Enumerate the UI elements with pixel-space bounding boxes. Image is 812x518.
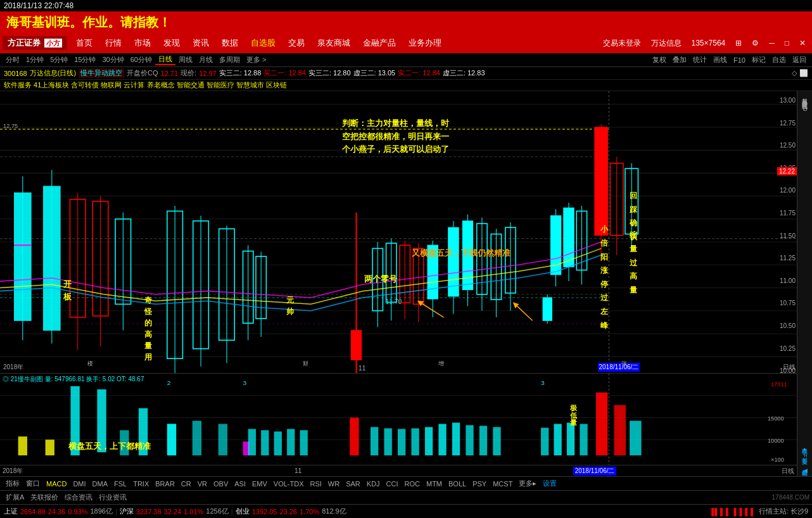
toolbar-biaoji[interactable]: 标记 [749, 55, 769, 65]
ind-kdj[interactable]: KDJ [364, 480, 383, 488]
tags-text: 软件服务 41上海板块 含可转债 物联网 云计算 养老概念 智能交通 智能医疗 … [4, 81, 287, 89]
ind-asi[interactable]: ASI [231, 480, 249, 488]
ind-wr[interactable]: WR [325, 480, 343, 488]
ind2-hangye[interactable]: 行业资讯 [96, 493, 130, 502]
price-b21: 买二一: 12.84 [263, 68, 306, 78]
sb-cy-pct: 1.70% [300, 508, 319, 515]
svg-rect-124 [596, 393, 607, 455]
toolbar-return[interactable]: 返回 [789, 55, 809, 65]
ind2-guanlian[interactable]: 关联报价 [27, 493, 61, 502]
ind-zhibiao[interactable]: 指标 [3, 479, 23, 488]
ind-mcst[interactable]: MCST [490, 480, 516, 488]
toolbar-zixuan[interactable]: 自选 [769, 55, 789, 65]
annotation-kaiban: 开板 [63, 266, 72, 303]
ind-boll[interactable]: BOLL [445, 480, 469, 488]
menu-data[interactable]: 数据 [215, 33, 244, 53]
price-1200: 12.00 [780, 187, 796, 194]
expand-icon[interactable]: ⬜ [799, 69, 808, 77]
ind-roc[interactable]: ROC [402, 480, 423, 488]
ind-fsl[interactable]: FSL [111, 480, 130, 488]
svg-line-79 [420, 302, 444, 317]
period-monthly[interactable]: 月线 [196, 55, 216, 65]
ind-emv[interactable]: EMV [249, 480, 270, 488]
period-multi[interactable]: 多周期 [216, 55, 243, 65]
sb-cy-chg: 23.26 [279, 508, 297, 515]
svg-rect-66 [543, 298, 552, 320]
ind-vr[interactable]: VR [194, 480, 210, 488]
ind-chuangkou[interactable]: 窗口 [23, 479, 43, 488]
period-weekly[interactable]: 周线 [175, 55, 196, 65]
wanda-info[interactable]: 万达信息 [647, 38, 685, 49]
svg-rect-126 [630, 420, 641, 455]
minimize-icon[interactable]: ─ [765, 39, 778, 47]
menu-business[interactable]: 业务办理 [402, 33, 448, 53]
ind-sar[interactable]: SAR [343, 480, 364, 488]
ind-dma[interactable]: DMA [89, 480, 111, 488]
ind-cci[interactable]: CCI [383, 480, 402, 488]
stock-code[interactable]: 300168 [4, 70, 27, 77]
rt-sidebar[interactable]: 侧边栏 ◀ [801, 465, 809, 474]
period-1min[interactable]: 1分钟 [23, 55, 47, 65]
period-daily[interactable]: 日线 [155, 54, 175, 65]
svg-rect-106 [287, 429, 295, 455]
svg-rect-118 [493, 427, 500, 455]
toolbar-tongji[interactable]: 统计 [690, 55, 710, 65]
gear-icon[interactable]: ⚙ [748, 39, 763, 47]
sb-hs-pct: 1.01% [184, 508, 203, 515]
menu-community[interactable]: 泉友商城 [311, 33, 357, 53]
toolbar-diejia[interactable]: 叠加 [669, 55, 690, 65]
ind-voltdx[interactable]: VOL-TDX [270, 480, 307, 488]
sb-hushen: 沪深 [120, 507, 134, 516]
ind-more[interactable]: 更多▸ [516, 479, 540, 488]
ind-macd[interactable]: MACD [43, 480, 70, 488]
svg-rect-23 [44, 186, 61, 331]
svg-text:3: 3 [541, 379, 545, 386]
menu-news[interactable]: 资讯 [186, 33, 215, 53]
diamond-icon: ◇ [792, 69, 797, 77]
menu-watchlist[interactable]: 自选股 [244, 33, 282, 53]
rt-moban[interactable]: 模板 ▸ [801, 444, 809, 452]
toolbar-huaxian[interactable]: 画线 [710, 55, 730, 65]
toolbar-f10[interactable]: F10 [730, 56, 749, 64]
toolbar-fuquan[interactable]: 复权 [649, 55, 669, 65]
ind-settings[interactable]: 设置 [540, 479, 560, 488]
menu-market[interactable]: 行情 [99, 33, 128, 53]
period-5min[interactable]: 5分钟 [47, 55, 71, 65]
ind-rsi[interactable]: RSI [307, 480, 325, 488]
ind-brar[interactable]: BRAR [152, 480, 178, 488]
svg-rect-105 [274, 431, 282, 455]
menu-home[interactable]: 首页 [70, 33, 99, 53]
ind2-kuozhan[interactable]: 扩展A [3, 493, 27, 502]
ind-mtm[interactable]: MTM [423, 480, 445, 488]
menu-finance[interactable]: 金融产品 [357, 33, 402, 53]
sub-chart-label: ◎ 21慢牛副图 量: 547966.81 换手: 5.02 OT: 48.67 [3, 375, 144, 384]
restore-icon[interactable]: □ [781, 39, 793, 47]
stock-indicator: 慢牛异动跳空 [79, 68, 124, 78]
ind2-zonghe[interactable]: 综合资讯 [61, 493, 96, 502]
period-fenshi[interactable]: 分时 [3, 55, 23, 65]
svg-rect-70 [564, 208, 574, 267]
rt-f10[interactable]: F10 [802, 101, 808, 111]
close-icon[interactable]: ✕ [796, 39, 809, 47]
menu-trade[interactable]: 交易 [282, 33, 311, 53]
period-30min[interactable]: 30分钟 [99, 55, 127, 65]
trade-login[interactable]: 交易未登录 [599, 38, 645, 49]
period-more[interactable]: 更多 > [243, 55, 269, 65]
charts-wrapper: 12.75 [0, 91, 812, 476]
ind-cr[interactable]: CR [178, 480, 194, 488]
period-60min[interactable]: 60分钟 [127, 55, 155, 65]
ind-dmi[interactable]: DMI [70, 480, 89, 488]
ind-obv[interactable]: OBV [210, 480, 231, 488]
period-15min[interactable]: 15分钟 [71, 55, 99, 65]
rt-imgf10[interactable]: 图文F10 [801, 454, 809, 464]
price-1025: 10.25 [780, 345, 796, 352]
svg-rect-91 [46, 439, 54, 455]
menu-market2[interactable]: 市场 [128, 33, 157, 53]
ind-psy[interactable]: PSY [469, 480, 490, 488]
ind-trix[interactable]: TRIX [130, 480, 152, 488]
top-banner: 海哥基训班。作业。请指教！ [0, 11, 812, 33]
grid-icon[interactable]: ⊞ [732, 39, 745, 47]
date-mid: 11 [358, 365, 365, 372]
svg-text:2: 2 [167, 379, 171, 386]
menu-discover[interactable]: 发现 [157, 33, 186, 53]
